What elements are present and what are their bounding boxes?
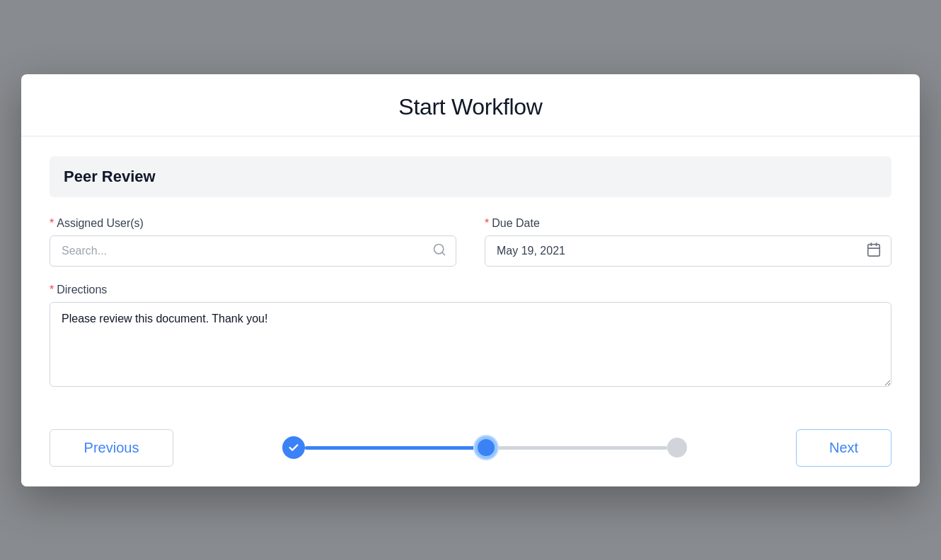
assigned-users-label: * Assigned User(s) xyxy=(50,217,456,230)
modal-header: Start Workflow xyxy=(21,74,920,136)
due-date-label: * Due Date xyxy=(485,217,891,230)
step-line-1 xyxy=(305,446,475,450)
directions-textarea[interactable] xyxy=(50,302,891,387)
modal-footer: Previous Next xyxy=(21,415,920,486)
assigned-users-group: * Assigned User(s) xyxy=(50,217,456,267)
required-star-users: * xyxy=(50,217,54,230)
due-date-input-wrapper xyxy=(485,235,891,267)
section-header: Peer Review xyxy=(50,156,891,197)
due-date-group: * Due Date xyxy=(485,217,891,267)
previous-button[interactable]: Previous xyxy=(50,429,173,467)
directions-label: * Directions xyxy=(50,284,891,296)
required-star-directions: * xyxy=(50,284,54,296)
section-title: Peer Review xyxy=(64,168,156,185)
next-button[interactable]: Next xyxy=(796,429,891,467)
start-workflow-modal: Start Workflow Peer Review * Assigned Us… xyxy=(21,74,920,486)
modal-title: Start Workflow xyxy=(50,94,891,120)
form-row-top: * Assigned User(s) xyxy=(50,217,891,267)
directions-group: * Directions xyxy=(50,284,891,390)
step-1-complete xyxy=(282,436,305,459)
assigned-users-input-wrapper xyxy=(50,235,456,267)
required-star-date: * xyxy=(485,217,489,230)
modal-body: Peer Review * Assigned User(s) xyxy=(21,136,920,415)
step-3-empty xyxy=(667,438,687,457)
due-date-input[interactable] xyxy=(485,235,891,267)
assigned-users-input[interactable] xyxy=(50,235,456,267)
progress-stepper xyxy=(173,436,796,459)
step-line-2 xyxy=(497,446,667,450)
step-2-current xyxy=(475,436,497,459)
